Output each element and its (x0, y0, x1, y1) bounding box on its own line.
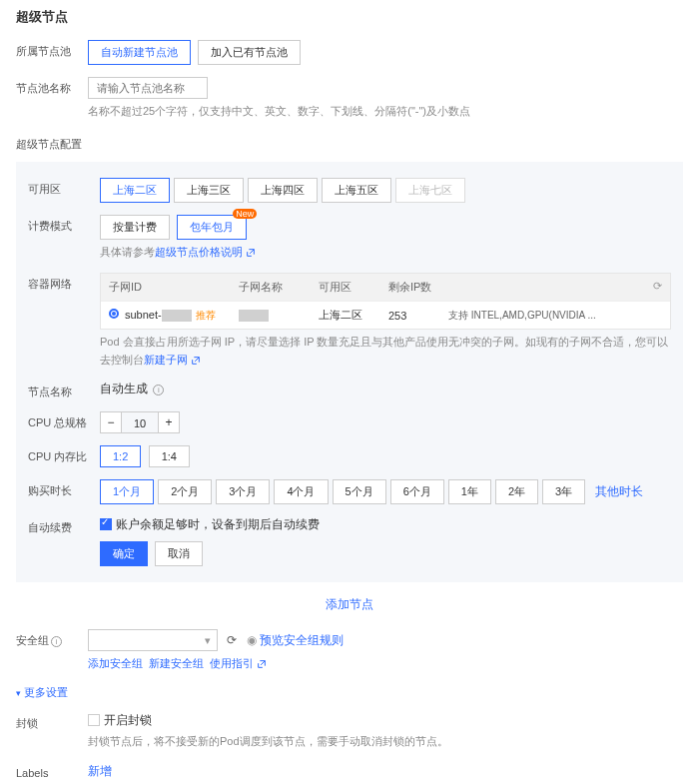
table-refresh-icon[interactable]: ⟳ (653, 280, 662, 293)
preview-sg-link[interactable]: 预览安全组规则 (260, 633, 344, 647)
subnet-row[interactable]: subnet-推荐 上海二区 253 支持 INTEL,AMD,GPU(NVID… (101, 301, 670, 329)
zone-opt-1[interactable]: 上海三区 (174, 178, 244, 203)
more-settings-toggle[interactable]: 更多设置 (0, 679, 699, 706)
cpu-total-label: CPU 总规格 (28, 411, 100, 430)
duration-opt-2[interactable]: 3个月 (216, 479, 270, 504)
external-link-icon (246, 248, 256, 258)
cpu-stepper[interactable]: − 10 + (100, 411, 180, 433)
cpu-mem-label: CPU 内存比 (28, 445, 100, 464)
info-icon[interactable]: i (51, 636, 62, 647)
duration-opt-3[interactable]: 4个月 (274, 479, 328, 504)
sg-guide-link[interactable]: 使用指引 (210, 657, 267, 669)
pool-label: 所属节点池 (16, 40, 88, 59)
ratio-opt-1[interactable]: 1:4 (149, 445, 190, 467)
zone-opt-4: 上海七区 (395, 178, 465, 203)
node-name-value: 自动生成 (100, 382, 148, 395)
sg-select[interactable] (88, 629, 218, 651)
page-title: 超级节点 (0, 0, 699, 34)
duration-opt-5[interactable]: 6个月 (390, 479, 444, 504)
auto-new-pool-button[interactable]: 自动新建节点池 (88, 40, 191, 65)
add-sg-link[interactable]: 添加安全组 (88, 657, 143, 669)
new-subnet-link[interactable]: 新建子网 (144, 354, 201, 366)
pool-name-input[interactable] (88, 77, 208, 99)
ratio-opt-0[interactable]: 1:2 (100, 445, 141, 467)
other-duration-link[interactable]: 其他时长 (595, 484, 643, 498)
auto-renew-checkbox[interactable] (100, 518, 112, 530)
sg-label: 安全组i (16, 629, 88, 648)
stepper-plus-button[interactable]: + (158, 411, 180, 433)
th-subnet-id: 子网ID (109, 280, 239, 295)
duration-label: 购买时长 (28, 479, 100, 498)
subnet-radio[interactable] (109, 309, 119, 319)
config-label: 超级节点配置 (16, 133, 88, 152)
recommended-tag: 推荐 (196, 310, 216, 321)
th-subnet-name: 子网名称 (239, 280, 319, 295)
node-name-label: 节点名称 (28, 381, 100, 399)
eye-icon: ◉ (247, 633, 257, 647)
cordon-label: 封锁 (16, 712, 88, 731)
add-node-link[interactable]: 添加节点 (326, 597, 373, 611)
duration-opt-6[interactable]: 1年 (448, 479, 491, 504)
auto-renew-label: 自动续费 (28, 516, 100, 535)
stepper-value: 10 (122, 411, 158, 433)
add-label-link[interactable]: 新增 (88, 764, 112, 778)
billing-opt-0[interactable]: 按量计费 (100, 215, 170, 240)
billing-label: 计费模式 (28, 215, 100, 234)
new-sg-link[interactable]: 新建安全组 (149, 657, 204, 669)
join-existing-pool-button[interactable]: 加入已有节点池 (198, 40, 301, 65)
cancel-config-button[interactable]: 取消 (155, 541, 203, 566)
duration-opt-0[interactable]: 1个月 (100, 479, 154, 504)
zone-opt-0[interactable]: 上海二区 (100, 178, 170, 203)
external-link-icon (191, 356, 201, 366)
zone-opt-2[interactable]: 上海四区 (248, 178, 318, 203)
th-zone: 可用区 (319, 280, 388, 295)
external-link-icon (257, 659, 267, 669)
price-doc-link[interactable]: 超级节点价格说明 (155, 246, 256, 258)
zone-label: 可用区 (28, 178, 100, 197)
pool-name-label: 节点池名称 (16, 77, 88, 96)
zone-opt-3[interactable]: 上海五区 (322, 178, 391, 203)
refresh-icon[interactable]: ⟳ (227, 633, 237, 647)
duration-opt-8[interactable]: 3年 (542, 479, 585, 504)
network-label: 容器网络 (28, 273, 100, 292)
cordon-checkbox[interactable] (88, 714, 100, 726)
duration-opt-1[interactable]: 2个月 (158, 479, 212, 504)
config-panel: 可用区 上海二区上海三区上海四区上海五区上海七区 计费模式 按量计费 包年包月N… (16, 162, 683, 583)
stepper-minus-button[interactable]: − (100, 411, 122, 433)
info-icon[interactable]: i (153, 385, 164, 395)
th-ip: 剩余IP数 (388, 280, 448, 295)
duration-opt-7[interactable]: 2年 (495, 479, 538, 504)
new-badge: New (233, 209, 257, 219)
pool-name-hint: 名称不超过25个字符，仅支持中文、英文、数字、下划线、分隔符("-")及小数点 (88, 103, 683, 121)
labels-label: Labels (16, 763, 88, 779)
confirm-button[interactable]: 确定 (100, 541, 148, 566)
duration-opt-4[interactable]: 5个月 (333, 479, 386, 504)
subnet-table: 子网ID 子网名称 可用区 剩余IP数 ⟳ subnet-推荐 上海二区 253… (100, 273, 671, 330)
